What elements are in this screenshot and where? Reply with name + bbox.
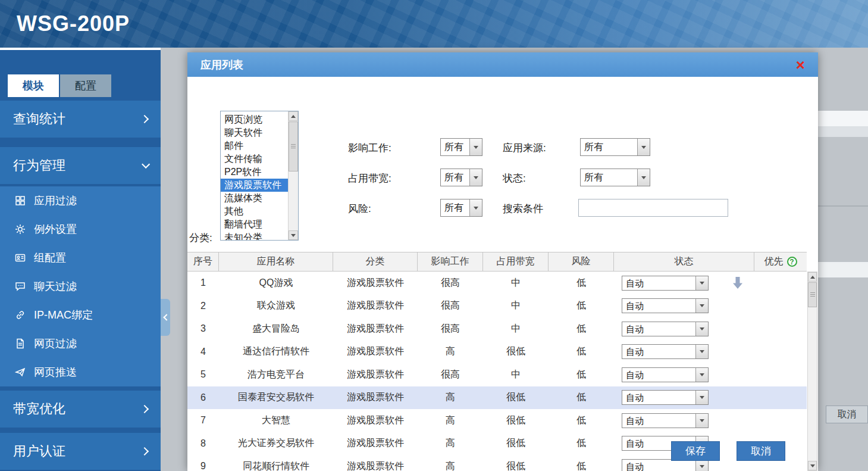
- chevron-down-icon[interactable]: [695, 345, 708, 358]
- table-cell: 低: [549, 437, 614, 450]
- impact-select[interactable]: 所有: [440, 138, 482, 156]
- sidebar-item-label: 带宽优化: [13, 400, 65, 418]
- sidebar-item-chat-filter[interactable]: 聊天过滤: [0, 272, 161, 301]
- close-icon[interactable]: ×: [796, 57, 805, 73]
- row-status-select[interactable]: 自动: [622, 413, 709, 428]
- category-option[interactable]: P2P软件: [221, 166, 288, 179]
- table-row[interactable]: 2联众游戏游戏股票软件很高中低自动: [187, 295, 807, 318]
- table-cell: 低: [549, 414, 614, 427]
- scroll-up-icon[interactable]: [808, 272, 817, 282]
- chevron-down-icon: [469, 139, 482, 155]
- table-cell: 高: [418, 345, 483, 358]
- sidebar-item-web-push[interactable]: 网页推送: [0, 358, 161, 386]
- sidebar-item-web-filter[interactable]: 网页过滤: [0, 329, 161, 358]
- app-list-dialog: 应用列表 × 网页浏览聊天软件邮件文件传输P2P软件游戏股票软件流媒体类其他翻墙…: [187, 52, 818, 471]
- table-cell: 9: [187, 461, 219, 471]
- source-select[interactable]: 所有: [580, 138, 650, 156]
- save-button[interactable]: 保存: [671, 441, 720, 461]
- column-header: 状态: [614, 252, 754, 271]
- cancel-button[interactable]: 取消: [737, 441, 785, 461]
- filter-source-label: 应用来源:: [503, 141, 546, 155]
- row-status-select[interactable]: 自动: [622, 367, 709, 382]
- sidebar-collapse-handle[interactable]: [161, 299, 170, 336]
- chevron-down-icon[interactable]: [695, 368, 708, 382]
- bandwidth-select[interactable]: 所有: [440, 169, 482, 186]
- chevron-down-icon[interactable]: [695, 391, 708, 404]
- chevron-down-icon[interactable]: [695, 460, 708, 471]
- table-cell: 高: [418, 437, 483, 450]
- help-icon[interactable]: ?: [787, 257, 797, 267]
- table-row[interactable]: 7大智慧游戏股票软件高很低低自动: [187, 409, 807, 432]
- status-filter-select[interactable]: 所有: [580, 169, 650, 186]
- chevron-down-icon[interactable]: [695, 322, 708, 336]
- category-option[interactable]: 文件传输: [221, 152, 288, 166]
- table-row[interactable]: 3盛大冒险岛游戏股票软件很高中低自动: [187, 317, 807, 341]
- table-cell: 高: [418, 414, 483, 427]
- table-cell: 中: [483, 300, 549, 312]
- table-scrollbar[interactable]: [807, 272, 817, 471]
- category-option[interactable]: 流媒体类: [221, 192, 288, 205]
- category-option[interactable]: 网页浏览: [221, 113, 288, 126]
- table-cell: 低: [549, 277, 614, 289]
- sidebar-item-bandwidth-opt[interactable]: 带宽优化: [0, 391, 161, 428]
- table-cell: 低: [549, 391, 614, 404]
- background-cancel-button: 取消: [826, 406, 868, 423]
- table-cell: 高: [418, 391, 483, 404]
- table-cell: 大智慧: [219, 414, 333, 427]
- sidebar-item-label: 网页推送: [34, 365, 77, 379]
- scroll-down-icon[interactable]: [289, 230, 298, 240]
- table-cell: 自动: [614, 390, 754, 405]
- chevron-down-icon: [637, 169, 650, 186]
- move-down-icon[interactable]: [732, 277, 743, 291]
- chevron-down-icon[interactable]: [695, 299, 708, 313]
- row-status-select[interactable]: 自动: [622, 322, 709, 336]
- sidebar-item-behavior-mgmt[interactable]: 行为管理: [0, 147, 161, 184]
- sidebar-item-label: 例外设置: [34, 222, 77, 236]
- chevron-down-icon[interactable]: [695, 276, 708, 290]
- column-header: 优先?: [754, 252, 807, 271]
- table-row[interactable]: 6国泰君安交易软件游戏股票软件高很低低自动: [187, 386, 807, 410]
- tab-config[interactable]: 配置: [60, 74, 111, 97]
- table-row[interactable]: 5浩方电竞平台游戏股票软件很高中低自动: [187, 363, 807, 386]
- gear-icon: [14, 223, 26, 235]
- listbox-scrollbar[interactable]: [288, 111, 298, 240]
- filter-search-label: 搜索条件: [503, 202, 543, 216]
- sidebar-item-label: 查询统计: [13, 110, 65, 128]
- category-option[interactable]: 邮件: [221, 139, 288, 152]
- dialog-titlebar: 应用列表 ×: [187, 52, 818, 77]
- scroll-up-icon[interactable]: [289, 111, 298, 121]
- sidebar-item-exception-settings[interactable]: 例外设置: [0, 215, 161, 244]
- filter-impact-label: 影响工作:: [348, 141, 391, 155]
- table-cell: 自动: [614, 322, 754, 336]
- chevron-right-icon: [140, 115, 149, 123]
- link-icon: [14, 309, 26, 321]
- category-option[interactable]: 游戏股票软件: [221, 179, 288, 192]
- table-cell: 光大证券交易软件: [219, 437, 333, 450]
- row-status-select[interactable]: 自动: [622, 298, 709, 313]
- table-cell: 自动: [614, 413, 754, 428]
- search-input[interactable]: [578, 199, 728, 217]
- sidebar-item-app-filter[interactable]: 应用过滤: [0, 186, 161, 215]
- table-row[interactable]: 1QQ游戏游戏股票软件很高中低自动: [187, 272, 807, 295]
- sidebar-item-ip-mac-binding[interactable]: IP-MAC绑定: [0, 301, 161, 329]
- row-status-select[interactable]: 自动: [622, 390, 709, 405]
- scrollbar-thumb[interactable]: [808, 282, 817, 307]
- category-list: 网页浏览聊天软件邮件文件传输P2P软件游戏股票软件流媒体类其他翻墙代理未知分类: [221, 111, 288, 240]
- scroll-down-icon[interactable]: [808, 461, 817, 470]
- category-option[interactable]: 其他: [221, 205, 288, 218]
- chevron-down-icon[interactable]: [695, 414, 708, 428]
- sidebar-item-group-config[interactable]: 组配置: [0, 244, 161, 272]
- category-option[interactable]: 翻墙代理: [221, 218, 288, 231]
- table-cell: 自动: [614, 367, 754, 382]
- scrollbar-thumb[interactable]: [289, 121, 298, 171]
- tab-modules[interactable]: 模块: [8, 74, 59, 97]
- sidebar-item-query-stats[interactable]: 查询统计: [0, 101, 161, 138]
- sidebar-item-user-auth[interactable]: 用户认证: [0, 433, 161, 470]
- row-status-select[interactable]: 自动: [622, 276, 709, 291]
- table-cell: 很低: [483, 345, 549, 358]
- table-row[interactable]: 4通达信行情软件游戏股票软件高很低低自动: [187, 341, 807, 364]
- category-option[interactable]: 未知分类: [221, 231, 288, 240]
- row-status-select[interactable]: 自动: [622, 344, 709, 359]
- category-option[interactable]: 聊天软件: [221, 126, 288, 139]
- risk-select[interactable]: 所有: [440, 199, 482, 217]
